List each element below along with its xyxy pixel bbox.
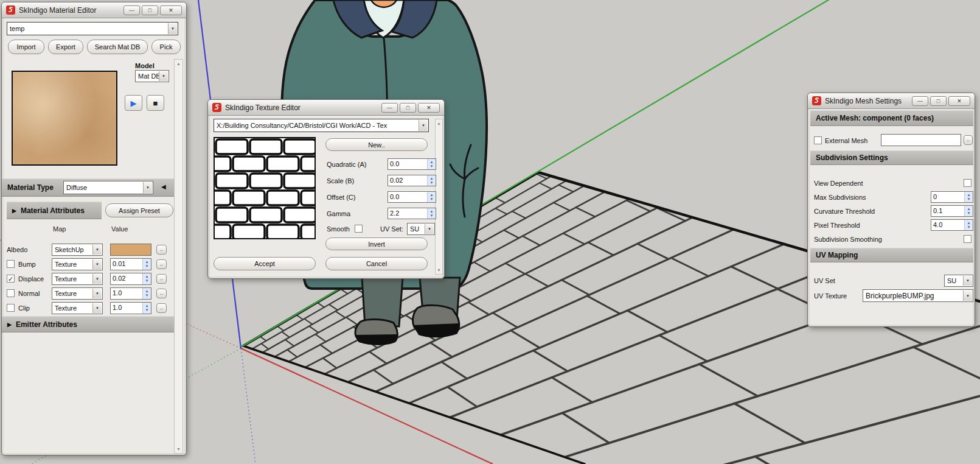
window-title: SkIndigo Mesh Settings bbox=[825, 97, 902, 105]
collapse-panel-icon[interactable]: ◀ bbox=[161, 183, 166, 190]
uv-set-select[interactable]: SU ▼ bbox=[407, 223, 435, 235]
scroll-down-icon[interactable]: ▼ bbox=[176, 445, 181, 453]
clip-map-select[interactable]: Texture ▼ bbox=[52, 302, 103, 314]
material-name-select[interactable]: temp ▼ bbox=[7, 22, 178, 35]
maximize-button[interactable]: □ bbox=[142, 5, 158, 15]
spinner-arrows-icon[interactable]: ▲▼ bbox=[427, 192, 436, 202]
close-button[interactable]: ✕ bbox=[160, 5, 182, 15]
minimize-button[interactable]: — bbox=[912, 96, 928, 106]
dropdown-arrow-icon[interactable]: ▼ bbox=[963, 290, 972, 301]
dropdown-arrow-icon[interactable]: ▼ bbox=[92, 274, 102, 284]
displace-map-select[interactable]: Texture ▼ bbox=[52, 273, 103, 285]
clip-browse-button[interactable]: .. bbox=[156, 303, 167, 313]
dropdown-arrow-icon[interactable]: ▼ bbox=[425, 224, 434, 234]
minimize-button[interactable]: — bbox=[123, 5, 140, 15]
dropdown-arrow-icon[interactable]: ▼ bbox=[92, 259, 102, 269]
bump-browse-button[interactable]: .. bbox=[156, 259, 167, 269]
mesh-settings-titlebar[interactable]: SkIndigo Mesh Settings — □ ✕ bbox=[808, 93, 975, 109]
expander-icon[interactable]: ▶ bbox=[7, 322, 12, 328]
expander-icon[interactable]: ▶ bbox=[12, 208, 16, 214]
export-button[interactable]: Export bbox=[48, 40, 83, 54]
displace-value-spinner[interactable]: 0.02 ▲▼ bbox=[110, 273, 151, 285]
spinner-arrows-icon[interactable]: ▲▼ bbox=[427, 159, 436, 169]
spinner-arrows-icon[interactable]: ▲▼ bbox=[142, 273, 151, 284]
spinner-arrows-icon[interactable]: ▲▼ bbox=[964, 192, 973, 202]
emitter-attributes-header[interactable]: ▶ Emitter Attributes bbox=[2, 316, 174, 332]
clip-checkbox[interactable] bbox=[7, 304, 15, 312]
pick-button[interactable]: Pick bbox=[151, 40, 181, 54]
cancel-button[interactable]: Cancel bbox=[325, 257, 428, 270]
external-mesh-field[interactable] bbox=[881, 134, 961, 146]
bump-value-spinner[interactable]: 0.01 ▲▼ bbox=[110, 258, 151, 270]
spinner-arrows-icon[interactable]: ▲▼ bbox=[142, 303, 151, 314]
close-button[interactable]: ✕ bbox=[948, 96, 970, 106]
skindigo-icon bbox=[6, 5, 15, 15]
offset-spinner[interactable]: 0.0 ▲▼ bbox=[387, 191, 436, 203]
spinner-arrows-icon[interactable]: ▲▼ bbox=[964, 206, 973, 216]
spinner-arrows-icon[interactable]: ▲▼ bbox=[964, 220, 973, 230]
material-attributes-header[interactable]: ▶ Material Attributes bbox=[7, 202, 102, 219]
albedo-color-swatch[interactable] bbox=[110, 244, 151, 256]
dropdown-arrow-icon[interactable]: ▼ bbox=[92, 245, 102, 255]
dropdown-arrow-icon[interactable]: ▼ bbox=[963, 276, 972, 286]
albedo-browse-button[interactable]: .. bbox=[156, 245, 167, 255]
displace-browse-button[interactable]: .. bbox=[156, 274, 167, 284]
normal-checkbox[interactable] bbox=[7, 289, 15, 297]
bump-checkbox[interactable] bbox=[7, 260, 15, 268]
render-play-button[interactable]: ▶ bbox=[125, 95, 142, 111]
scale-spinner[interactable]: 0.02 ▲▼ bbox=[387, 175, 436, 186]
smooth-checkbox[interactable] bbox=[355, 225, 363, 233]
subdivision-settings-label: Subdivision Settings bbox=[816, 153, 888, 162]
uv-texture-select[interactable]: BrickpurpleBUMP.jpg ▼ bbox=[863, 289, 973, 302]
dropdown-arrow-icon[interactable]: ▼ bbox=[92, 303, 102, 313]
invert-button[interactable]: Invert bbox=[325, 237, 428, 250]
spinner-arrows-icon[interactable]: ▲▼ bbox=[427, 175, 436, 186]
material-editor-titlebar[interactable]: SkIndigo Material Editor — □ ✕ bbox=[2, 2, 186, 18]
import-button[interactable]: Import bbox=[8, 40, 44, 54]
dropdown-arrow-icon[interactable]: ▼ bbox=[419, 120, 428, 131]
scroll-up-icon[interactable]: ▲ bbox=[176, 60, 181, 68]
pixel-threshold-spinner[interactable]: 4.0 ▲▼ bbox=[931, 219, 973, 231]
uv-set-select[interactable]: SU ▼ bbox=[944, 275, 973, 287]
dropdown-arrow-icon[interactable]: ▼ bbox=[168, 23, 177, 34]
model-select[interactable]: Mat DB ▼ bbox=[135, 70, 169, 82]
quadratic-spinner[interactable]: 0.0 ▲▼ bbox=[387, 158, 436, 170]
dropdown-arrow-icon[interactable]: ▼ bbox=[159, 71, 168, 81]
view-dependent-checkbox[interactable] bbox=[964, 179, 971, 187]
spinner-arrows-icon[interactable]: ▲▼ bbox=[427, 208, 436, 219]
maximize-button[interactable]: □ bbox=[400, 103, 416, 113]
clip-map-value: Texture bbox=[55, 304, 77, 312]
bump-map-select[interactable]: Texture ▼ bbox=[52, 258, 103, 270]
normal-browse-button[interactable]: .. bbox=[156, 289, 167, 298]
displace-checkbox[interactable]: ✓ bbox=[7, 275, 15, 283]
maximize-button[interactable]: □ bbox=[930, 96, 947, 106]
clip-value-spinner[interactable]: 1.0 ▲▼ bbox=[110, 302, 151, 314]
minimize-button[interactable]: — bbox=[381, 103, 398, 113]
external-mesh-browse-button[interactable]: .. bbox=[964, 135, 973, 145]
gamma-spinner[interactable]: 2.2 ▲▼ bbox=[387, 208, 436, 219]
render-stop-button[interactable]: ■ bbox=[147, 95, 164, 111]
subdivision-smoothing-checkbox[interactable] bbox=[964, 235, 971, 243]
search-mat-db-button[interactable]: Search Mat DB bbox=[87, 40, 148, 54]
spinner-arrows-icon[interactable]: ▲▼ bbox=[142, 288, 151, 299]
assign-preset-button[interactable]: Assign Preset bbox=[105, 203, 173, 217]
material-type-select[interactable]: Diffuse ▼ bbox=[63, 181, 153, 194]
dropdown-arrow-icon[interactable]: ▼ bbox=[92, 289, 102, 298]
external-mesh-checkbox[interactable] bbox=[814, 136, 822, 144]
albedo-label: Albedo bbox=[7, 246, 27, 253]
scroll-down-icon[interactable]: ▼ bbox=[437, 266, 441, 274]
texture-editor-titlebar[interactable]: SkIndigo Texture Editor — □ ✕ bbox=[208, 100, 444, 116]
dropdown-arrow-icon[interactable]: ▼ bbox=[143, 182, 152, 193]
scroll-up-icon[interactable]: ▲ bbox=[437, 119, 441, 127]
normal-value-spinner[interactable]: 1.0 ▲▼ bbox=[110, 287, 151, 300]
material-editor-scrollbar[interactable]: ▲ ▼ bbox=[174, 59, 183, 454]
close-button[interactable]: ✕ bbox=[418, 103, 440, 113]
spinner-arrows-icon[interactable]: ▲▼ bbox=[142, 259, 151, 270]
new-texture-button[interactable]: New.. bbox=[325, 138, 428, 151]
texture-path-select[interactable]: X:/Building Consultancy/CAD/Bristol/CGI … bbox=[214, 119, 429, 132]
accept-button[interactable]: Accept bbox=[214, 257, 316, 270]
curvature-threshold-spinner[interactable]: 0.1 ▲▼ bbox=[931, 205, 973, 217]
normal-map-select[interactable]: Texture ▼ bbox=[52, 287, 103, 300]
max-subdivisions-spinner[interactable]: 0 ▲▼ bbox=[931, 191, 973, 203]
albedo-map-select[interactable]: SketchUp ▼ bbox=[52, 244, 103, 256]
